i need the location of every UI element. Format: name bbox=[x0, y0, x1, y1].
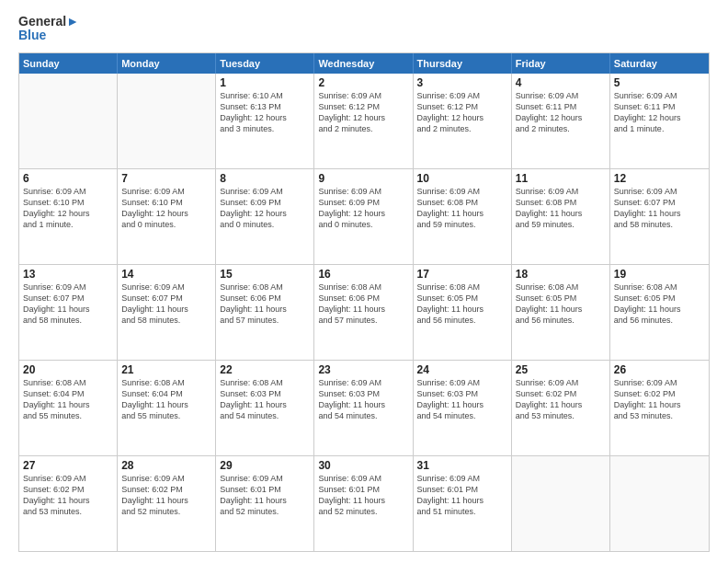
weekday-header: Friday bbox=[512, 53, 610, 74]
weekday-header: Wednesday bbox=[314, 53, 413, 74]
calendar-cell bbox=[512, 456, 610, 551]
calendar-week-row: 27Sunrise: 6:09 AM Sunset: 6:02 PM Dayli… bbox=[19, 455, 709, 551]
day-info: Sunrise: 6:09 AM Sunset: 6:07 PM Dayligh… bbox=[23, 282, 113, 327]
day-number: 19 bbox=[614, 268, 705, 281]
day-number: 26 bbox=[614, 363, 705, 376]
day-number: 18 bbox=[516, 268, 606, 281]
calendar-cell: 27Sunrise: 6:09 AM Sunset: 6:02 PM Dayli… bbox=[19, 456, 118, 551]
day-info: Sunrise: 6:08 AM Sunset: 6:06 PM Dayligh… bbox=[318, 282, 408, 327]
calendar-header: SundayMondayTuesdayWednesdayThursdayFrid… bbox=[19, 53, 709, 74]
calendar-cell: 30Sunrise: 6:09 AM Sunset: 6:01 PM Dayli… bbox=[314, 456, 413, 551]
calendar-cell: 24Sunrise: 6:09 AM Sunset: 6:03 PM Dayli… bbox=[414, 361, 512, 455]
calendar-cell bbox=[610, 456, 709, 551]
calendar-cell: 21Sunrise: 6:08 AM Sunset: 6:04 PM Dayli… bbox=[118, 361, 216, 455]
calendar-cell: 10Sunrise: 6:09 AM Sunset: 6:08 PM Dayli… bbox=[414, 169, 512, 264]
day-number: 25 bbox=[516, 363, 606, 376]
day-info: Sunrise: 6:09 AM Sunset: 6:12 PM Dayligh… bbox=[417, 90, 507, 135]
calendar-week-row: 6Sunrise: 6:09 AM Sunset: 6:10 PM Daylig… bbox=[19, 168, 709, 264]
day-info: Sunrise: 6:09 AM Sunset: 6:08 PM Dayligh… bbox=[516, 186, 606, 231]
calendar-body: 1Sunrise: 6:10 AM Sunset: 6:13 PM Daylig… bbox=[19, 74, 709, 551]
calendar-cell: 1Sunrise: 6:10 AM Sunset: 6:13 PM Daylig… bbox=[216, 74, 314, 168]
logo-wordmark: General► Blue bbox=[18, 15, 79, 43]
calendar-cell: 5Sunrise: 6:09 AM Sunset: 6:11 PM Daylig… bbox=[610, 74, 709, 168]
day-number: 1 bbox=[220, 76, 310, 89]
weekday-header: Tuesday bbox=[216, 53, 314, 74]
page: General► Blue SundayMondayTuesdayWednesd… bbox=[0, 0, 728, 563]
calendar-cell: 20Sunrise: 6:08 AM Sunset: 6:04 PM Dayli… bbox=[19, 361, 118, 455]
day-number: 28 bbox=[121, 459, 211, 472]
calendar-cell: 22Sunrise: 6:08 AM Sunset: 6:03 PM Dayli… bbox=[216, 361, 314, 455]
day-info: Sunrise: 6:09 AM Sunset: 6:10 PM Dayligh… bbox=[23, 186, 113, 231]
calendar-cell: 26Sunrise: 6:09 AM Sunset: 6:02 PM Dayli… bbox=[610, 361, 709, 455]
calendar-cell: 9Sunrise: 6:09 AM Sunset: 6:09 PM Daylig… bbox=[314, 169, 413, 264]
day-info: Sunrise: 6:08 AM Sunset: 6:05 PM Dayligh… bbox=[417, 282, 507, 327]
day-info: Sunrise: 6:09 AM Sunset: 6:02 PM Dayligh… bbox=[121, 473, 211, 518]
day-info: Sunrise: 6:09 AM Sunset: 6:07 PM Dayligh… bbox=[121, 282, 211, 327]
calendar-cell: 2Sunrise: 6:09 AM Sunset: 6:12 PM Daylig… bbox=[314, 74, 413, 168]
calendar-cell: 28Sunrise: 6:09 AM Sunset: 6:02 PM Dayli… bbox=[118, 456, 216, 551]
day-number: 13 bbox=[23, 268, 113, 281]
day-number: 5 bbox=[614, 76, 705, 89]
weekday-header: Sunday bbox=[19, 53, 118, 74]
calendar-cell: 23Sunrise: 6:09 AM Sunset: 6:03 PM Dayli… bbox=[314, 361, 413, 455]
day-info: Sunrise: 6:08 AM Sunset: 6:04 PM Dayligh… bbox=[23, 377, 113, 422]
calendar-cell: 6Sunrise: 6:09 AM Sunset: 6:10 PM Daylig… bbox=[19, 169, 118, 264]
day-number: 11 bbox=[516, 172, 606, 185]
day-info: Sunrise: 6:09 AM Sunset: 6:11 PM Dayligh… bbox=[516, 90, 606, 135]
day-number: 31 bbox=[417, 459, 507, 472]
day-number: 2 bbox=[318, 76, 408, 89]
day-number: 10 bbox=[417, 172, 507, 185]
calendar-cell: 7Sunrise: 6:09 AM Sunset: 6:10 PM Daylig… bbox=[118, 169, 216, 264]
day-info: Sunrise: 6:10 AM Sunset: 6:13 PM Dayligh… bbox=[220, 90, 310, 135]
day-number: 3 bbox=[417, 76, 507, 89]
weekday-header: Thursday bbox=[414, 53, 512, 74]
calendar-cell: 8Sunrise: 6:09 AM Sunset: 6:09 PM Daylig… bbox=[216, 169, 314, 264]
day-number: 9 bbox=[318, 172, 408, 185]
day-number: 6 bbox=[23, 172, 113, 185]
day-info: Sunrise: 6:09 AM Sunset: 6:11 PM Dayligh… bbox=[614, 90, 705, 135]
calendar-cell: 17Sunrise: 6:08 AM Sunset: 6:05 PM Dayli… bbox=[414, 265, 512, 360]
day-number: 15 bbox=[220, 268, 310, 281]
day-number: 21 bbox=[121, 363, 211, 376]
calendar-cell: 11Sunrise: 6:09 AM Sunset: 6:08 PM Dayli… bbox=[512, 169, 610, 264]
day-info: Sunrise: 6:08 AM Sunset: 6:06 PM Dayligh… bbox=[220, 282, 310, 327]
day-number: 14 bbox=[121, 268, 211, 281]
calendar-cell: 29Sunrise: 6:09 AM Sunset: 6:01 PM Dayli… bbox=[216, 456, 314, 551]
day-info: Sunrise: 6:09 AM Sunset: 6:12 PM Dayligh… bbox=[318, 90, 408, 135]
calendar-cell: 16Sunrise: 6:08 AM Sunset: 6:06 PM Dayli… bbox=[314, 265, 413, 360]
day-number: 17 bbox=[417, 268, 507, 281]
day-number: 30 bbox=[318, 459, 408, 472]
day-number: 7 bbox=[121, 172, 211, 185]
calendar-cell: 14Sunrise: 6:09 AM Sunset: 6:07 PM Dayli… bbox=[118, 265, 216, 360]
day-info: Sunrise: 6:09 AM Sunset: 6:09 PM Dayligh… bbox=[318, 186, 408, 231]
day-number: 20 bbox=[23, 363, 113, 376]
day-number: 22 bbox=[220, 363, 310, 376]
day-number: 24 bbox=[417, 363, 507, 376]
weekday-header: Monday bbox=[118, 53, 216, 74]
calendar-cell: 13Sunrise: 6:09 AM Sunset: 6:07 PM Dayli… bbox=[19, 265, 118, 360]
day-info: Sunrise: 6:09 AM Sunset: 6:02 PM Dayligh… bbox=[23, 473, 113, 518]
day-info: Sunrise: 6:08 AM Sunset: 6:05 PM Dayligh… bbox=[516, 282, 606, 327]
day-info: Sunrise: 6:09 AM Sunset: 6:03 PM Dayligh… bbox=[318, 377, 408, 422]
logo: General► Blue bbox=[18, 15, 79, 43]
day-info: Sunrise: 6:09 AM Sunset: 6:02 PM Dayligh… bbox=[516, 377, 606, 422]
calendar-cell bbox=[19, 74, 118, 168]
calendar-week-row: 13Sunrise: 6:09 AM Sunset: 6:07 PM Dayli… bbox=[19, 264, 709, 360]
calendar-cell: 18Sunrise: 6:08 AM Sunset: 6:05 PM Dayli… bbox=[512, 265, 610, 360]
day-info: Sunrise: 6:08 AM Sunset: 6:05 PM Dayligh… bbox=[614, 282, 705, 327]
calendar-cell: 3Sunrise: 6:09 AM Sunset: 6:12 PM Daylig… bbox=[414, 74, 512, 168]
day-info: Sunrise: 6:09 AM Sunset: 6:10 PM Dayligh… bbox=[121, 186, 211, 231]
day-number: 12 bbox=[614, 172, 705, 185]
calendar-cell: 4Sunrise: 6:09 AM Sunset: 6:11 PM Daylig… bbox=[512, 74, 610, 168]
day-number: 23 bbox=[318, 363, 408, 376]
day-number: 8 bbox=[220, 172, 310, 185]
day-number: 4 bbox=[516, 76, 606, 89]
day-info: Sunrise: 6:09 AM Sunset: 6:03 PM Dayligh… bbox=[417, 377, 507, 422]
calendar-cell bbox=[118, 74, 216, 168]
day-info: Sunrise: 6:09 AM Sunset: 6:07 PM Dayligh… bbox=[614, 186, 705, 231]
day-info: Sunrise: 6:09 AM Sunset: 6:01 PM Dayligh… bbox=[417, 473, 507, 518]
day-number: 29 bbox=[220, 459, 310, 472]
calendar-week-row: 20Sunrise: 6:08 AM Sunset: 6:04 PM Dayli… bbox=[19, 360, 709, 455]
weekday-header: Saturday bbox=[610, 53, 709, 74]
day-info: Sunrise: 6:09 AM Sunset: 6:02 PM Dayligh… bbox=[614, 377, 705, 422]
